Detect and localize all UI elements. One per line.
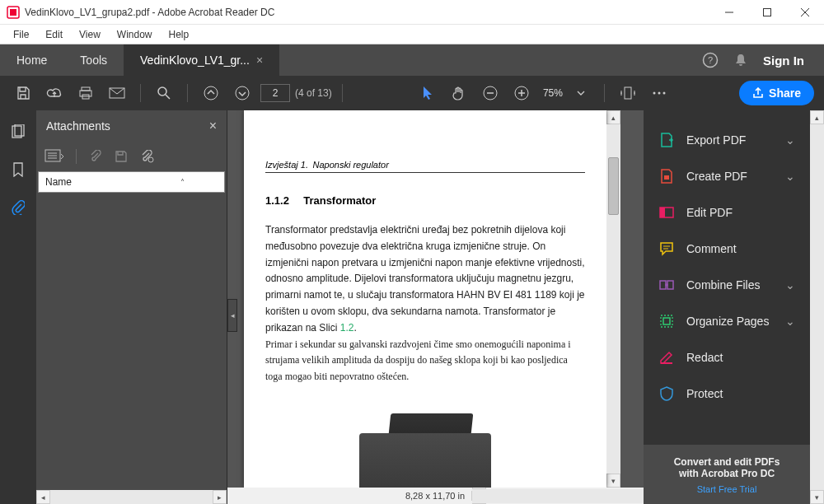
svg-rect-21: [625, 87, 631, 99]
share-button[interactable]: Share: [739, 81, 814, 105]
running-head-label: Izvještaj 1.: [265, 160, 308, 170]
svg-point-12: [158, 87, 166, 96]
protect-icon: [658, 385, 675, 402]
tool-label: Combine Files: [686, 278, 760, 292]
attachment-options-icon[interactable]: [44, 149, 64, 164]
document-vscrollbar[interactable]: ▴ ▾: [606, 110, 620, 488]
rscroll-up-icon[interactable]: ▴: [810, 110, 824, 124]
document-viewport[interactable]: ◂ Izvještaj 1. Naponski regulator 1.1.2 …: [227, 110, 644, 488]
fit-width-icon[interactable]: [615, 80, 641, 106]
svg-rect-37: [660, 281, 666, 289]
help-icon[interactable]: ?: [702, 52, 719, 68]
scroll-left-icon[interactable]: ◂: [36, 490, 50, 504]
scroll-thumb[interactable]: [608, 157, 619, 215]
tool-label: Export PDF: [686, 133, 746, 147]
attachments-panel: Attachments × Name ˄ ◂ ▸: [36, 110, 227, 504]
tool-label: Protect: [686, 387, 723, 400]
menu-view[interactable]: View: [73, 27, 107, 42]
menu-bar: File Edit View Window Help: [0, 25, 824, 44]
create-pdf-icon: [658, 168, 675, 184]
tab-tools[interactable]: Tools: [63, 44, 124, 76]
tab-home[interactable]: Home: [0, 44, 63, 76]
figure-reference-link[interactable]: 1.2: [340, 322, 354, 334]
tool-protect[interactable]: Protect: [644, 376, 810, 412]
notifications-icon[interactable]: [733, 53, 748, 68]
start-free-trial-link[interactable]: Start Free Trial: [653, 484, 800, 494]
tab-document[interactable]: VedinKlovo_LV1_gr... ×: [124, 44, 279, 76]
menu-edit[interactable]: Edit: [39, 27, 69, 42]
panel-close-button[interactable]: ×: [209, 119, 217, 133]
svg-rect-1: [10, 9, 16, 16]
close-button[interactable]: [786, 0, 824, 25]
window-controls: [710, 0, 824, 25]
menu-window[interactable]: Window: [110, 27, 159, 42]
svg-rect-32: [664, 175, 669, 180]
save-icon[interactable]: [10, 80, 36, 106]
page-number-input[interactable]: [260, 84, 290, 102]
attachments-icon[interactable]: [8, 198, 28, 217]
add-attachment-icon[interactable]: [139, 150, 154, 163]
body-paragraph-2: Primar i sekundar su galvanski razdvojen…: [265, 337, 585, 385]
scroll-down-icon[interactable]: ▾: [606, 474, 620, 488]
svg-rect-38: [667, 281, 673, 289]
chevron-down-icon: ⌄: [785, 278, 795, 292]
tool-redact[interactable]: Redact: [644, 339, 810, 376]
svg-rect-9: [80, 91, 91, 96]
redact-icon: [658, 349, 675, 366]
window-title: VedinKlovo_LV1_grupa2.pdf - Adobe Acroba…: [25, 7, 710, 18]
svg-point-22: [653, 92, 655, 95]
scroll-right-icon[interactable]: ▸: [213, 490, 227, 504]
organize-pages-icon: [658, 313, 675, 329]
page-down-icon[interactable]: [229, 80, 255, 106]
bookmarks-icon[interactable]: [8, 160, 28, 180]
selection-tool-icon[interactable]: [414, 80, 441, 106]
hand-tool-icon[interactable]: [446, 80, 472, 106]
chevron-down-icon: ⌄: [785, 315, 795, 328]
zoom-dropdown-icon[interactable]: [568, 80, 594, 106]
minimize-button[interactable]: [710, 0, 748, 25]
page-count-label: (4 of 13): [295, 87, 332, 99]
menu-help[interactable]: Help: [162, 27, 196, 42]
attachments-list: [36, 193, 227, 490]
status-bar: 8,28 x 11,70 in ◂ ▸: [227, 488, 644, 504]
tool-organize-pages[interactable]: Organize Pages⌄: [644, 303, 810, 339]
zoom-level-label: 75%: [543, 87, 563, 99]
save-attachment-icon[interactable]: [115, 150, 128, 163]
para1-end: .: [353, 322, 356, 334]
svg-rect-3: [764, 8, 771, 16]
zoom-out-icon[interactable]: [477, 80, 503, 106]
sort-indicator-icon: ˄: [180, 178, 185, 187]
scroll-up-icon[interactable]: ▴: [606, 110, 620, 124]
menu-file[interactable]: File: [7, 27, 35, 42]
tool-export-pdf[interactable]: Export PDF⌄: [644, 122, 810, 158]
page-up-icon[interactable]: [198, 80, 224, 106]
attachments-column-header[interactable]: Name ˄: [38, 171, 225, 193]
tool-comment[interactable]: Comment: [644, 231, 810, 267]
tool-label: Create PDF: [686, 170, 747, 183]
more-tools-icon[interactable]: [646, 80, 672, 106]
zoom-in-icon[interactable]: [508, 80, 535, 106]
print-icon[interactable]: [73, 80, 99, 106]
maximize-button[interactable]: [748, 0, 786, 25]
edit-pdf-icon: [658, 204, 675, 221]
email-icon[interactable]: [104, 80, 130, 106]
app-icon: [7, 6, 20, 19]
section-title-text: Transformator: [303, 194, 376, 207]
tool-create-pdf[interactable]: Create PDF⌄: [644, 158, 810, 194]
attachments-hscrollbar[interactable]: ◂ ▸: [36, 490, 227, 504]
right-vscrollbar[interactable]: ▴ ▾: [810, 110, 824, 504]
cloud-icon[interactable]: [41, 80, 68, 106]
tool-edit-pdf[interactable]: Edit PDF: [644, 194, 810, 231]
export-pdf-icon: [658, 132, 675, 148]
sign-in-button[interactable]: Sign In: [763, 54, 804, 68]
tab-close-button[interactable]: ×: [256, 54, 263, 67]
panel-collapse-handle[interactable]: ◂: [227, 299, 237, 332]
trial-line2: with Acrobat Pro DC: [653, 468, 800, 479]
thumbnails-icon[interactable]: [8, 122, 28, 142]
search-icon[interactable]: [151, 80, 177, 106]
open-attachment-icon[interactable]: [88, 150, 103, 163]
tool-label: Edit PDF: [686, 206, 733, 219]
share-icon: [752, 87, 764, 99]
tool-combine-files[interactable]: Combine Files⌄: [644, 267, 810, 303]
rscroll-down-icon[interactable]: ▾: [810, 490, 824, 504]
